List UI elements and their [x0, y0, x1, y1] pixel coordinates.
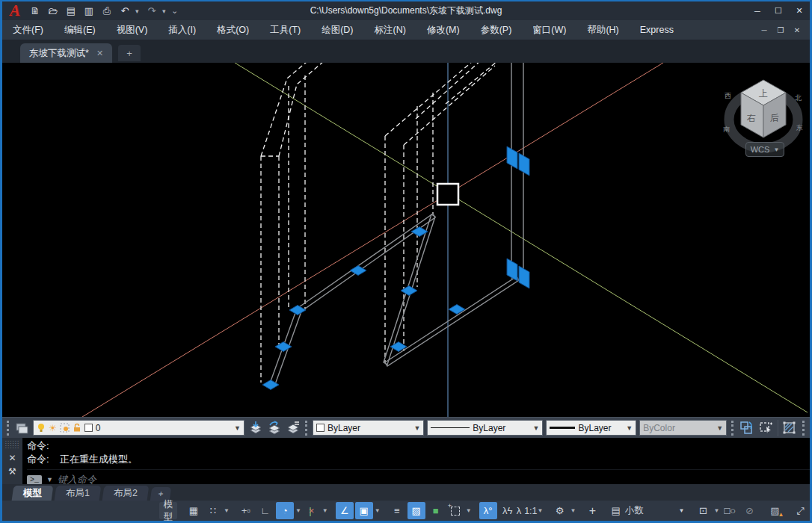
new-file-tab-button[interactable]: + [118, 45, 141, 61]
plot-icon[interactable]: ⎙ [99, 4, 114, 19]
command-panel-close-icon[interactable]: ✕ [8, 454, 16, 462]
compass-south-label[interactable]: 南 [723, 126, 730, 133]
transparency-toggle[interactable]: ▨ [407, 502, 425, 519]
object-snap-tracking-toggle[interactable]: ∠ [336, 502, 354, 519]
layer-thaw-sun-icon[interactable]: ☀ [49, 424, 57, 433]
3d-object-snap-toggle[interactable] [446, 502, 464, 519]
redo-dropdown-icon[interactable]: ▾ [162, 7, 168, 15]
mdi-close-button[interactable]: ✕ [789, 23, 805, 37]
toolbar-grip[interactable] [731, 421, 734, 436]
command-history[interactable]: 命令: 命令: 正在重生成模型。 >_ ▼ 键入命令 [22, 438, 810, 484]
3d-osnap-dropdown-icon[interactable]: ▼ [466, 502, 472, 519]
redo-icon[interactable]: ↷ [144, 4, 159, 19]
toolbar-grip[interactable] [7, 421, 10, 436]
annotation-scale-dropdown-icon[interactable]: ▼ [538, 502, 544, 519]
file-tab-close-icon[interactable]: ✕ [96, 49, 103, 58]
layer-properties-manager-icon[interactable] [14, 420, 30, 436]
object-snap-toggle[interactable]: ▣ [355, 502, 373, 519]
workspace-switching-button[interactable]: ⚙ [551, 502, 569, 519]
draw-order-bring-to-front-icon[interactable] [739, 420, 755, 436]
command-panel-grip[interactable]: :::::::::::: [5, 440, 19, 449]
maximize-button[interactable]: ☐ [768, 3, 789, 19]
performance-warning-button[interactable]: ▨▲ [766, 502, 784, 519]
lineweight-dropdown-caret-icon[interactable]: ▼ [626, 424, 633, 432]
lineweight-display-toggle[interactable]: ≡ [388, 502, 406, 519]
osnap-dropdown-icon[interactable]: ▼ [375, 502, 381, 519]
open-file-icon[interactable]: 🗁 [46, 4, 61, 19]
make-object-layer-current-icon[interactable] [247, 420, 263, 436]
units-dropdown[interactable]: ▤ 小数 ▼ [609, 502, 686, 519]
model-space-toggle[interactable]: 模型 [159, 502, 177, 519]
polar-tracking-toggle[interactable]: ◔ [276, 502, 294, 519]
save-as-icon[interactable]: ▥ [81, 4, 96, 19]
menu-format[interactable]: 格式(O) [206, 20, 259, 40]
toolbar-grip[interactable] [305, 421, 308, 436]
clean-screen-button[interactable]: ⤢ [791, 502, 809, 519]
close-button[interactable]: ✕ [789, 3, 810, 19]
graphics-performance-toggle[interactable]: ⊘ [740, 502, 758, 519]
grid-display-toggle[interactable]: ▦ [185, 502, 203, 519]
isolate-objects-button[interactable]: □○ [721, 502, 739, 519]
selection-cycling-toggle[interactable]: ■ [427, 502, 445, 519]
layer-on-bulb-icon[interactable] [37, 423, 46, 433]
viewcube[interactable]: 西 北 南 东 上 右 后 [723, 80, 803, 148]
annotation-visibility-toggle[interactable]: λ° [479, 502, 497, 519]
menu-tools[interactable]: 工具(T) [259, 20, 311, 40]
color-dropdown-caret-icon[interactable]: ▼ [413, 424, 420, 432]
layer-previous-icon[interactable] [266, 420, 282, 436]
linetype-dropdown-caret-icon[interactable]: ▼ [533, 424, 540, 432]
autocad-logo-icon[interactable]: A [2, 1, 28, 20]
save-icon[interactable]: ▤ [64, 4, 79, 19]
command-customize-wrench-icon[interactable]: ⚒ [8, 467, 16, 476]
menu-file[interactable]: 文件(F) [2, 20, 54, 40]
menu-edit[interactable]: 编辑(E) [54, 20, 106, 40]
menu-help[interactable]: 帮助(H) [576, 20, 629, 40]
new-file-icon[interactable]: 🗎 [28, 4, 43, 19]
selection-grips[interactable] [262, 146, 529, 390]
annotation-autoscale-toggle[interactable]: λϟ [499, 502, 517, 519]
lock-ui-dropdown-icon[interactable]: ▼ [713, 502, 719, 519]
qat-menu-icon[interactable]: ⌄ [171, 6, 177, 16]
command-prompt-icon[interactable]: >_ [27, 475, 42, 485]
layer-vp-freeze-icon[interactable] [60, 423, 70, 433]
compass-east-label[interactable]: 东 [796, 124, 803, 131]
isodraft-dropdown-icon[interactable]: ▼ [322, 502, 328, 519]
minimize-button[interactable]: ─ [747, 3, 768, 19]
tab-model[interactable]: 模型 [12, 486, 54, 501]
snap-dropdown-icon[interactable]: ▼ [224, 502, 230, 519]
compass-north-label[interactable]: 北 [795, 94, 802, 102]
object-color-dropdown[interactable]: ByLayer ▼ [313, 420, 424, 436]
layer-dropdown[interactable]: ☀ 0 ▼ [33, 420, 244, 436]
menu-insert[interactable]: 插入(I) [158, 20, 206, 40]
tab-layout1[interactable]: 布局1 [55, 486, 102, 501]
menu-window[interactable]: 窗口(W) [522, 20, 576, 40]
menu-modify[interactable]: 修改(M) [416, 20, 470, 40]
menu-view[interactable]: 视图(V) [106, 20, 159, 40]
annotation-scale-button[interactable]: λ 1:1 [518, 502, 536, 519]
menu-express[interactable]: Express [630, 21, 684, 39]
layer-states-manager-icon[interactable] [285, 420, 301, 436]
snap-mode-toggle[interactable]: ∷ [204, 502, 222, 519]
lineweight-dropdown[interactable]: ByLayer ▼ [546, 420, 636, 436]
wcs-menu-button[interactable]: WCS ▼ [745, 142, 784, 157]
workspace-dropdown-icon[interactable]: ▼ [570, 502, 576, 519]
isometric-drafting-toggle[interactable]: |× [303, 502, 321, 519]
quick-select-icon[interactable] [758, 420, 775, 436]
undo-icon[interactable]: ↶ [117, 4, 132, 19]
menu-draw[interactable]: 绘图(D) [311, 20, 363, 40]
annotation-monitor-toggle[interactable]: + [583, 502, 601, 519]
recent-commands-caret-icon[interactable]: ▼ [46, 476, 53, 483]
ortho-mode-toggle[interactable]: ∟ [256, 502, 274, 519]
menu-parametric[interactable]: 参数(P) [470, 20, 523, 40]
hatch-draw-order-icon[interactable] [781, 420, 798, 436]
layer-dropdown-caret-icon[interactable]: ▼ [234, 424, 241, 432]
menu-dimension[interactable]: 标注(N) [364, 20, 416, 40]
linetype-dropdown[interactable]: ByLayer ▼ [427, 420, 543, 436]
drawing-canvas[interactable]: 西 北 南 东 上 右 后 WCS ▼ [2, 63, 810, 417]
undo-dropdown-icon[interactable]: ▾ [135, 7, 141, 15]
mdi-restore-button[interactable]: ❐ [772, 23, 789, 37]
compass-west-label[interactable]: 西 [725, 92, 731, 99]
toolbar-grip[interactable] [802, 421, 805, 436]
file-tab-active[interactable]: 东坡下载测试* ✕ [20, 43, 112, 63]
infer-constraints-toggle[interactable]: +▫ [237, 502, 255, 519]
